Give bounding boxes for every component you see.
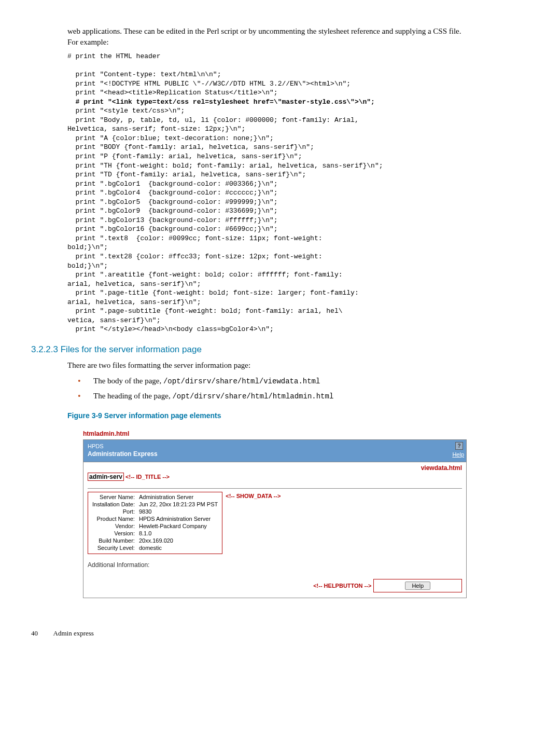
body-paragraph: There are two files formatting the serve… (67, 360, 467, 371)
section-title: Files for the server information page (61, 344, 202, 354)
code-line: print "TH {font-weight: bold; font-famil… (67, 162, 383, 170)
table-label: Product Name: (90, 515, 137, 522)
figure-id-title-row: admin-serv <!-- ID_TITLE --> (88, 473, 462, 483)
code-line: print "<head><title>Replication Status</… (67, 89, 278, 96)
figure-data-row: Server Name:Administration Server Instal… (88, 492, 462, 554)
code-line: bold;}\n"; (67, 243, 108, 251)
code-line: print "Body, p, table, td, ul, li {color… (67, 116, 359, 124)
table-label: Server Name: (90, 493, 137, 501)
figure-divider (88, 488, 462, 489)
section-number: 3.2.2.3 (31, 344, 58, 354)
code-line: print ".bgColor16 {background-color: #66… (67, 225, 278, 233)
figure-help-row: <!-- HELPBUTTON --> Help (88, 579, 462, 592)
table-value: 20xx.169.020 (137, 537, 220, 544)
code-line: # print the HTML header (67, 52, 160, 60)
table-value: domestic (137, 544, 220, 551)
code-line: print ".areatitle {font-weight: bold; co… (67, 271, 343, 279)
table-value: HPDS Administration Server (137, 515, 220, 522)
help-icon[interactable]: ? (455, 442, 463, 450)
table-row: Vendor:Hewlett-Packard Company (90, 522, 220, 530)
figure-server-id: admin-serv (88, 473, 124, 481)
figure-additional-info: Additional Information: (88, 561, 462, 569)
help-button[interactable]: Help (405, 582, 430, 590)
figure: htmladmin.html HPDS Administration Expre… (83, 430, 467, 598)
list-item: The body of the page, /opt/dirsrv/share/… (78, 375, 467, 387)
table-row: Security Level:domestic (90, 544, 220, 551)
table-label: Build Number: (90, 537, 137, 544)
code-line: arial, helvetica, sans-serif}\n"; (67, 298, 201, 306)
code-line: print ".bgColor13 {background-color: #ff… (67, 216, 278, 224)
code-line: print "<style text/css>\n"; (67, 107, 185, 115)
code-line: print ".bgColor5 {background-color: #999… (67, 198, 278, 206)
table-value: Hewlett-Packard Company (137, 522, 220, 530)
table-label: Security Level: (90, 544, 137, 551)
figure-body: viewdata.html admin-serv <!-- ID_TITLE -… (83, 462, 467, 598)
bullet-path: /opt/dirsrv/share/html/htmladmin.html (172, 392, 333, 400)
figure-data-table: Server Name:Administration Server Instal… (88, 492, 222, 554)
table-value: 9830 (137, 508, 220, 515)
intro-paragraph: web applications. These can be edited in… (67, 26, 467, 48)
figure-header-bar: HPDS Administration Express ? Help (83, 439, 467, 462)
figure-annotation-showdata: <!-- SHOW_DATA --> (226, 493, 281, 499)
help-link[interactable]: Help (452, 451, 464, 458)
code-line: print ".page-subtitle {font-weight: bold… (67, 307, 343, 315)
table-row: Build Number:20xx.169.020 (90, 537, 220, 544)
code-line: print "TD {font-family: arial, helvetica… (67, 171, 306, 178)
code-line: print "</style></head>\n<body class=bgCo… (67, 325, 274, 333)
table-label: Vendor: (90, 522, 137, 530)
code-line-bold: # print "<link type=text/css rel=stylesh… (67, 98, 375, 106)
table-value: Jun 22, 20xx 18:21:23 PM PST (137, 501, 220, 508)
figure-annotation-htmladmin: htmladmin.html (83, 430, 467, 437)
table-value: 8.1.0 (137, 530, 220, 537)
list-item: The heading of the page, /opt/dirsrv/sha… (78, 390, 467, 402)
figure-annotation-viewdata: viewdata.html (88, 462, 462, 472)
table-row: Version:8.1.0 (90, 530, 220, 537)
figure-annotation-idtitle: <!-- ID_TITLE --> (125, 474, 170, 480)
table-label: Installation Date: (90, 501, 137, 508)
code-line: vetica, sans-serif}\n"; (67, 316, 160, 324)
figure-header-line2: Administration Express (88, 450, 462, 458)
page-number: 40 (31, 629, 52, 638)
code-block: # print the HTML header print "Content-t… (67, 52, 467, 334)
code-line: arial, helvetica, sans-serif}\n"; (67, 280, 201, 288)
code-line: print "BODY {font-family: arial, helveti… (67, 143, 314, 151)
code-line: print ".page-title {font-weight: bold; f… (67, 289, 359, 297)
section-heading: 3.2.2.3 Files for the server information… (31, 344, 467, 355)
figure-caption: Figure 3-9 Server information page eleme… (67, 411, 467, 420)
table-row: Server Name:Administration Server (90, 493, 220, 501)
bullet-text: The heading of the page, (93, 392, 172, 400)
code-line: print "<!DOCTYPE HTML PUBLIC \"-//W3C//D… (67, 80, 351, 88)
code-line: print ".text8 {color: #0099cc; font-size… (67, 234, 322, 242)
bullet-text: The body of the page, (93, 377, 163, 385)
table-row: Installation Date:Jun 22, 20xx 18:21:23 … (90, 501, 220, 508)
code-line: print ".bgColor4 {background-color: #ccc… (67, 189, 278, 197)
table-label: Port: (90, 508, 137, 515)
table-label: Version: (90, 530, 137, 537)
figure-annotation-helpbutton: <!-- HELPBUTTON --> (313, 583, 371, 589)
page-footer: 40 Admin express (31, 629, 467, 638)
code-line: print ".text28 {color: #ffcc33; font-siz… (67, 253, 322, 260)
code-line: print "P {font-family: arial, helvetica,… (67, 153, 302, 160)
table-value: Administration Server (137, 493, 220, 501)
footer-section: Admin express (53, 629, 94, 637)
code-line: print ".bgColor1 {background-color: #003… (67, 180, 278, 188)
code-line: bold;}\n"; (67, 262, 108, 270)
table-row: Product Name:HPDS Administration Server (90, 515, 220, 522)
code-line: print ".bgColor9 {background-color: #336… (67, 207, 278, 215)
code-line: print "Content-type: text/html\n\n"; (67, 71, 221, 78)
bullet-list: The body of the page, /opt/dirsrv/share/… (78, 375, 467, 402)
code-line: Helvetica, sans-serif; font-size: 12px;}… (67, 125, 245, 133)
table-row: Port:9830 (90, 508, 220, 515)
figure-help-button-box: Help (373, 579, 462, 592)
bullet-path: /opt/dirsrv/share/html/viewdata.html (163, 377, 320, 385)
figure-header-line1: HPDS (88, 443, 462, 449)
code-line: print "A {color:blue; text-decoration: n… (67, 134, 274, 142)
